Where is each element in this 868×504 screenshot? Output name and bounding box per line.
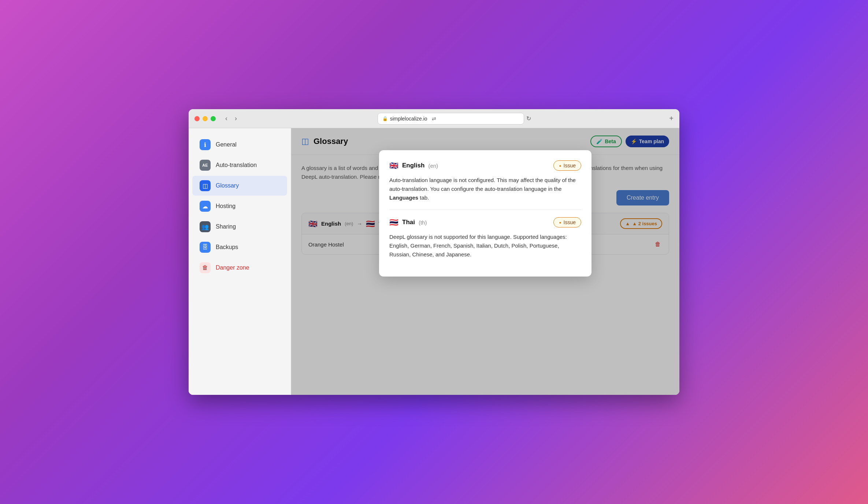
english-issue-dot: ● bbox=[559, 164, 561, 168]
sidebar-item-danger-zone[interactable]: 🗑 Danger zone bbox=[192, 258, 287, 278]
thai-lang-code: (th) bbox=[419, 219, 427, 226]
backups-icon: 🗄 bbox=[200, 242, 211, 253]
auto-translation-icon: AE bbox=[200, 160, 211, 171]
thai-flag: 🇹🇭 bbox=[389, 218, 398, 227]
general-icon: ℹ bbox=[200, 139, 211, 150]
url-input[interactable]: 🔒 simplelocalize.io ⇄ bbox=[378, 113, 524, 125]
hosting-icon: ☁ bbox=[200, 201, 211, 212]
new-tab-button[interactable]: + bbox=[669, 114, 674, 123]
english-issue-label: Issue bbox=[564, 163, 576, 168]
languages-bold: Languages bbox=[389, 194, 418, 201]
sidebar-item-sharing[interactable]: 👥 Sharing bbox=[192, 217, 287, 237]
thai-message: DeepL glossary is not supported for this… bbox=[389, 233, 581, 259]
sidebar-item-backups[interactable]: 🗄 Backups bbox=[192, 237, 287, 257]
back-button[interactable]: ‹ bbox=[223, 113, 230, 124]
traffic-lights bbox=[194, 116, 216, 121]
sidebar: ℹ General AE Auto-translation ◫ Glossary… bbox=[189, 128, 291, 395]
glossary-icon: ◫ bbox=[200, 180, 211, 191]
lock-icon: 🔒 bbox=[382, 116, 388, 121]
danger-zone-icon: 🗑 bbox=[200, 262, 211, 273]
english-message-end: tab. bbox=[418, 194, 429, 201]
sidebar-label-backups: Backups bbox=[216, 244, 238, 251]
sharing-icon: 👥 bbox=[200, 221, 211, 232]
sidebar-label-auto-translation: Auto-translation bbox=[216, 162, 257, 168]
thai-lang-header: 🇹🇭 Thai (th) ● Issue bbox=[389, 217, 581, 227]
english-lang-info: 🇬🇧 English (en) bbox=[389, 161, 438, 170]
forward-button[interactable]: › bbox=[233, 113, 239, 124]
sidebar-label-sharing: Sharing bbox=[216, 223, 236, 230]
english-issue-item: 🇬🇧 English (en) ● Issue Auto-translation… bbox=[389, 160, 581, 202]
sidebar-item-auto-translation[interactable]: AE Auto-translation bbox=[192, 155, 287, 175]
sidebar-label-danger-zone: Danger zone bbox=[216, 264, 249, 271]
thai-issue-item: 🇹🇭 Thai (th) ● Issue DeepL glossary is n… bbox=[389, 217, 581, 259]
sidebar-label-glossary: Glossary bbox=[216, 182, 239, 189]
english-lang-header: 🇬🇧 English (en) ● Issue bbox=[389, 160, 581, 171]
sidebar-label-hosting: Hosting bbox=[216, 203, 235, 210]
title-bar: ‹ › 🔒 simplelocalize.io ⇄ ↻ + bbox=[189, 109, 679, 128]
fullscreen-button[interactable] bbox=[211, 116, 216, 121]
address-bar: 🔒 simplelocalize.io ⇄ ↻ bbox=[244, 113, 665, 125]
browser-window: ‹ › 🔒 simplelocalize.io ⇄ ↻ + ℹ General … bbox=[189, 109, 679, 395]
sidebar-label-general: General bbox=[216, 141, 237, 148]
sidebar-item-hosting[interactable]: ☁ Hosting bbox=[192, 196, 287, 216]
english-issue-badge[interactable]: ● Issue bbox=[553, 160, 581, 171]
modal: 🇬🇧 English (en) ● Issue Auto-translation… bbox=[379, 150, 591, 277]
main-area: ℹ General AE Auto-translation ◫ Glossary… bbox=[189, 128, 679, 395]
thai-issue-dot: ● bbox=[559, 220, 561, 225]
close-button[interactable] bbox=[194, 116, 200, 121]
english-message: Auto-translation language is not configu… bbox=[389, 176, 581, 202]
url-text: simplelocalize.io bbox=[390, 116, 427, 122]
thai-issue-label: Issue bbox=[564, 219, 576, 225]
sidebar-item-general[interactable]: ℹ General bbox=[192, 135, 287, 155]
translate-icon: ⇄ bbox=[432, 116, 436, 122]
english-message-text: Auto-translation language is not configu… bbox=[389, 177, 576, 192]
thai-issue-badge[interactable]: ● Issue bbox=[553, 217, 581, 227]
modal-divider bbox=[389, 210, 581, 210]
reload-button[interactable]: ↻ bbox=[526, 113, 531, 125]
english-flag: 🇬🇧 bbox=[389, 161, 398, 170]
thai-lang-name: Thai bbox=[402, 219, 415, 226]
content-area: ◫ Glossary 🧪 Beta ⚡ Team plan A glossary bbox=[291, 128, 679, 395]
english-lang-name: English bbox=[402, 162, 424, 169]
english-lang-code: (en) bbox=[428, 163, 438, 169]
sidebar-item-glossary[interactable]: ◫ Glossary bbox=[192, 176, 287, 196]
modal-overlay: 🇬🇧 English (en) ● Issue Auto-translation… bbox=[291, 128, 679, 395]
thai-lang-info: 🇹🇭 Thai (th) bbox=[389, 218, 427, 227]
nav-buttons: ‹ › bbox=[223, 113, 239, 124]
minimize-button[interactable] bbox=[203, 116, 208, 121]
